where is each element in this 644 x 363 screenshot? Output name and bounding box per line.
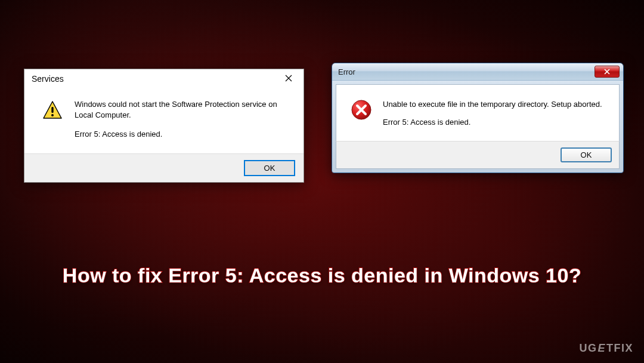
svg-point-2 [51,114,54,116]
article-headline: How to fix Error 5: Access is denied in … [0,264,644,287]
dialog-footer: OK [336,141,620,169]
message-line-2: Error 5: Access is denied. [383,117,602,128]
close-button[interactable] [595,66,620,78]
dialog-titlebar: Services [24,69,304,88]
dialog-body: Windows could not start the Software Pro… [24,88,304,153]
warning-icon [42,99,63,123]
dialog-message: Windows could not start the Software Pro… [75,99,292,140]
close-icon [604,69,610,75]
watermark-logo: UGETFIX [579,342,633,355]
svg-rect-1 [51,107,53,113]
close-icon [285,75,292,82]
dialog-message: Unable to execute file in the temporary … [383,99,602,128]
error-icon [351,99,372,123]
ok-button[interactable]: OK [561,147,612,162]
watermark-part-3: TFIX [606,342,633,355]
setup-error-dialog: Error Unab [332,63,624,173]
services-error-dialog: Services Windows could not start the Sof… [24,69,304,183]
message-line-1: Unable to execute file in the temporary … [383,99,602,110]
dialog-frame: Unable to execute file in the temporary … [332,81,623,173]
dialog-title: Services [32,74,64,84]
dialog-titlebar: Error [332,63,623,81]
dialog-title: Error [338,67,355,76]
dialog-footer: OK [24,153,304,182]
message-line-1: Windows could not start the Software Pro… [75,99,292,121]
close-button[interactable] [280,74,298,84]
watermark-part-2: E [597,342,606,355]
message-line-2: Error 5: Access is denied. [75,129,292,140]
ok-button[interactable]: OK [244,160,295,176]
watermark-part-1: UG [579,342,597,355]
dialog-body: Unable to execute file in the temporary … [336,84,620,141]
